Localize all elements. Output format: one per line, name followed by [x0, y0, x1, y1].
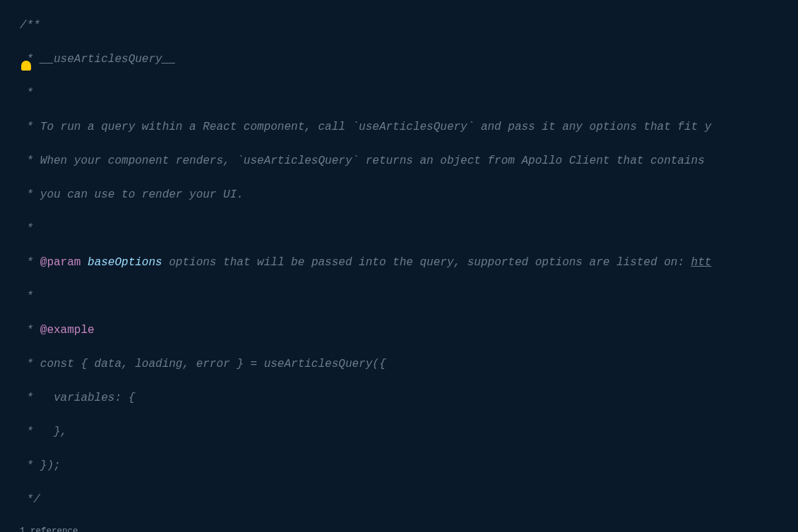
code-editor[interactable]: /** * __useArticlesQuery__ * * To run a …	[0, 0, 798, 532]
jsdoc-param-link[interactable]: htt	[691, 256, 712, 269]
jsdoc-example: * variables: {	[20, 392, 135, 404]
jsdoc-param-name: baseOptions	[88, 256, 162, 269]
jsdoc-line: *	[20, 87, 33, 99]
jsdoc-example-tag: @example	[40, 324, 95, 337]
jsdoc-example-prefix: *	[20, 324, 40, 337]
jsdoc-title: * __useArticlesQuery__	[20, 53, 176, 66]
jsdoc-param-prefix: *	[20, 256, 40, 269]
jsdoc-desc: * you can use to render your UI.	[20, 188, 244, 201]
jsdoc-param-tag: @param	[40, 256, 81, 269]
jsdoc-desc: * To run a query within a React componen…	[20, 121, 711, 133]
jsdoc-param-desc: options that will be passed into the que…	[162, 256, 691, 269]
jsdoc-close: */	[20, 493, 40, 506]
jsdoc-example: * const { data, loading, error } = useAr…	[20, 358, 386, 370]
codelens-references[interactable]: 1 reference	[20, 525, 798, 532]
jsdoc-example: * },	[20, 425, 67, 438]
jsdoc-open: /**	[20, 19, 40, 32]
jsdoc-desc: * When your component renders, `useArtic…	[20, 155, 711, 167]
jsdoc-line: *	[20, 222, 33, 235]
jsdoc-line: *	[20, 290, 33, 303]
lightbulb-icon[interactable]	[21, 61, 31, 71]
jsdoc-example: * });	[20, 459, 61, 472]
